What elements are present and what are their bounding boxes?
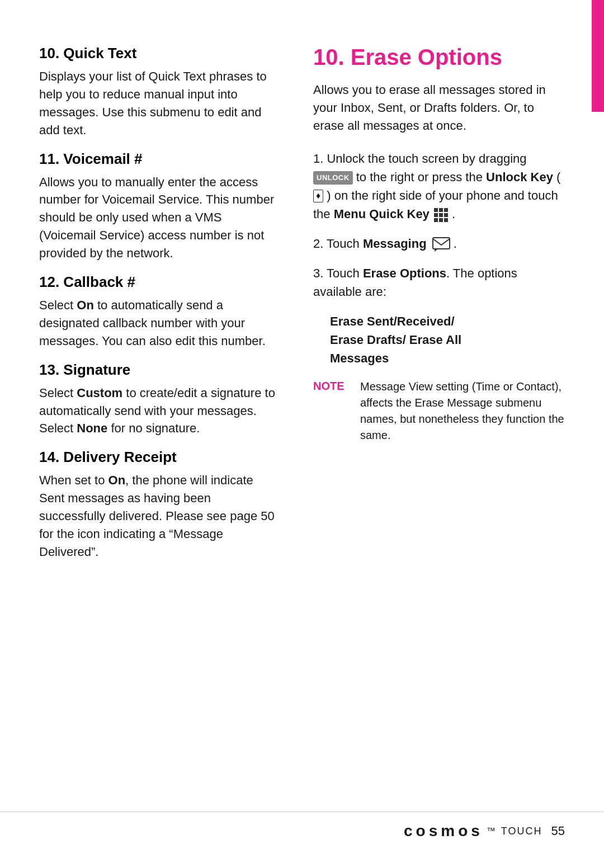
- section-callback: 12. Callback # Select On to automaticall…: [39, 273, 280, 350]
- quick-text-body: Displays your list of Quick Text phrases…: [39, 68, 280, 139]
- page-number: 55: [551, 824, 565, 838]
- touch-label: TOUCH: [501, 825, 542, 837]
- section-voicemail: 11. Voicemail # Allows you to manually e…: [39, 150, 280, 262]
- right-column: 10. Erase Options Allows you to erase al…: [313, 45, 565, 572]
- delivery-body: When set to On, the phone will indicate …: [39, 471, 280, 560]
- unlock-button-icon: UNLOCK: [313, 171, 353, 185]
- accent-bar: [592, 0, 604, 112]
- signature-title: 13. Signature: [39, 361, 280, 379]
- section-signature: 13. Signature Select Custom to create/ed…: [39, 361, 280, 438]
- svg-marker-10: [435, 249, 438, 252]
- footer-logo: cosmos ™ TOUCH 55: [404, 822, 565, 840]
- delivery-title: 14. Delivery Receipt: [39, 449, 280, 466]
- messaging-icon: [432, 237, 450, 252]
- chapter-title: 10. Erase Options: [313, 45, 565, 70]
- svg-rect-1: [439, 208, 443, 212]
- svg-rect-3: [434, 213, 438, 217]
- step-2-text: 2. Touch Messaging .: [313, 234, 565, 253]
- svg-rect-2: [444, 208, 448, 212]
- step-1: 1. Unlock the touch screen by dragging U…: [313, 149, 565, 223]
- svg-rect-9: [433, 238, 450, 249]
- voicemail-title: 11. Voicemail #: [39, 150, 280, 168]
- note-text: Message View setting (Time or Contact), …: [360, 379, 565, 444]
- page-footer: cosmos ™ TOUCH 55: [0, 812, 604, 840]
- signature-body: Select Custom to create/edit a signature…: [39, 384, 280, 438]
- callback-body: Select On to automatically send a design…: [39, 296, 280, 350]
- svg-rect-4: [439, 213, 443, 217]
- callback-title: 12. Callback #: [39, 273, 280, 291]
- note-block: NOTE Message View setting (Time or Conta…: [313, 379, 565, 444]
- menu-quick-key-icon: [433, 207, 449, 223]
- step-2: 2. Touch Messaging .: [313, 234, 565, 253]
- quick-text-title: 10. Quick Text: [39, 45, 280, 62]
- step-1-text: 1. Unlock the touch screen by dragging U…: [313, 149, 565, 223]
- voicemail-body: Allows you to manually enter the access …: [39, 173, 280, 262]
- step-1-number: 1.: [313, 152, 327, 166]
- step-3-text: 3. Touch Erase Options. The options avai…: [313, 264, 565, 301]
- brand-name: cosmos: [404, 822, 483, 840]
- svg-rect-6: [434, 218, 438, 222]
- section-delivery: 14. Delivery Receipt When set to On, the…: [39, 449, 280, 560]
- svg-rect-0: [434, 208, 438, 212]
- page-container: 10. Quick Text Displays your list of Qui…: [0, 0, 604, 868]
- section-quick-text: 10. Quick Text Displays your list of Qui…: [39, 45, 280, 139]
- svg-rect-7: [439, 218, 443, 222]
- chapter-intro: Allows you to erase all messages stored …: [313, 81, 565, 135]
- svg-rect-5: [444, 213, 448, 217]
- svg-rect-8: [444, 218, 448, 222]
- options-block: Erase Sent/Received/ Erase Drafts/ Erase…: [330, 312, 565, 367]
- trademark-symbol: ™: [487, 826, 496, 836]
- content-area: 10. Quick Text Displays your list of Qui…: [0, 0, 604, 617]
- left-column: 10. Quick Text Displays your list of Qui…: [39, 45, 280, 572]
- step-3: 3. Touch Erase Options. The options avai…: [313, 264, 565, 301]
- key-symbol-icon: ♦: [313, 190, 323, 202]
- note-label: NOTE: [313, 379, 352, 444]
